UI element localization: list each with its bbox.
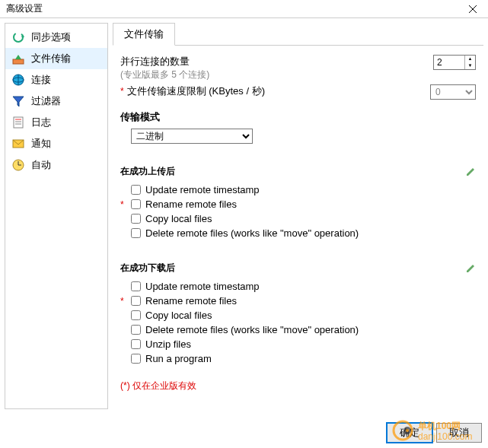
window-title: 高级设置 xyxy=(6,2,43,15)
sidebar-item-sync[interactable]: 同步选项 xyxy=(5,27,107,48)
tab-bar: 文件传输 xyxy=(113,23,483,46)
dialog-body: 同步选项 文件传输 连接 过滤器 日志 通知 自动 文件传输 xyxy=(0,18,488,414)
checkbox[interactable] xyxy=(131,310,141,320)
sidebar-item-transfer[interactable]: 文件传输 xyxy=(5,48,107,69)
parallel-input[interactable] xyxy=(434,56,464,69)
sidebar-label: 连接 xyxy=(31,73,51,87)
sidebar-label: 自动 xyxy=(31,158,51,172)
parallel-label: 并行连接的数量 xyxy=(120,55,433,68)
pencil-icon[interactable] xyxy=(465,167,476,177)
svg-rect-4 xyxy=(13,59,24,64)
cancel-button[interactable]: 取消 xyxy=(436,423,482,443)
download-opt-1: * Rename remote files xyxy=(120,294,476,308)
sidebar-label: 过滤器 xyxy=(31,94,61,108)
log-icon xyxy=(11,116,25,129)
parallel-hint: (专业版最多 5 个连接) xyxy=(120,68,433,81)
checkbox-label: Rename remote files xyxy=(145,199,237,210)
funnel-icon xyxy=(11,94,25,108)
svg-marker-5 xyxy=(15,55,21,59)
tab-content: 并行连接的数量 (专业版最多 5 个连接) ▲▼ * 文件传输速度限制 (KBy… xyxy=(113,46,483,409)
sidebar-item-filter[interactable]: 过滤器 xyxy=(5,91,107,112)
checkbox[interactable] xyxy=(131,281,141,291)
checkbox-label: Delete remote files (works like "move" o… xyxy=(145,227,359,239)
ok-button[interactable]: 确定 xyxy=(386,422,433,443)
mail-icon xyxy=(11,137,25,151)
upload-opt-2: Copy local files xyxy=(120,211,476,226)
parallel-spinner[interactable]: ▲▼ xyxy=(433,55,476,70)
globe-icon xyxy=(11,73,25,87)
svg-rect-10 xyxy=(14,117,23,128)
required-marker: * xyxy=(120,296,124,307)
checkbox-label: Copy local files xyxy=(145,310,212,321)
checkbox-label: Unzip files xyxy=(145,338,191,350)
tab-file-transfer[interactable]: 文件传输 xyxy=(113,23,175,46)
enterprise-note: (*) 仅在企业版有效 xyxy=(120,380,476,392)
download-opt-2: Copy local files xyxy=(120,308,476,322)
download-opt-3: Delete remote files (works like "move" o… xyxy=(120,322,476,337)
sidebar-item-connection[interactable]: 连接 xyxy=(5,69,107,91)
download-opt-0: Update remote timestamp xyxy=(120,279,476,294)
upload-opt-0: Update remote timestamp xyxy=(120,183,476,197)
sidebar-label: 同步选项 xyxy=(31,30,71,44)
sidebar: 同步选项 文件传输 连接 过滤器 日志 通知 自动 xyxy=(5,23,108,409)
checkbox[interactable] xyxy=(131,185,141,195)
spin-up-icon[interactable]: ▲ xyxy=(465,56,475,62)
upload-opt-1: * Rename remote files xyxy=(120,197,476,211)
checkbox[interactable] xyxy=(131,228,141,238)
checkbox[interactable] xyxy=(131,214,141,224)
checkbox-label: Copy local files xyxy=(145,213,212,224)
refresh-icon xyxy=(11,30,25,44)
speed-label: 文件传输速度限制 (KBytes / 秒) xyxy=(127,84,430,98)
svg-marker-9 xyxy=(13,97,24,106)
sidebar-label: 通知 xyxy=(31,137,51,151)
close-icon xyxy=(469,5,477,13)
checkbox[interactable] xyxy=(131,199,141,209)
dialog-footer: 确定 取消 xyxy=(386,422,482,443)
close-button[interactable] xyxy=(458,0,488,18)
checkbox-label: Run a program xyxy=(145,353,212,364)
svg-marker-18 xyxy=(467,168,474,176)
sidebar-item-notify[interactable]: 通知 xyxy=(5,133,107,154)
checkbox[interactable] xyxy=(131,325,141,335)
sidebar-item-log[interactable]: 日志 xyxy=(5,112,107,133)
checkbox[interactable] xyxy=(131,339,141,349)
sidebar-label: 文件传输 xyxy=(31,52,71,65)
checkbox-label: Update remote timestamp xyxy=(145,281,260,292)
speed-select[interactable]: 0 xyxy=(430,84,476,100)
upload-opt-3: Delete remote files (works like "move" o… xyxy=(120,226,476,240)
transfer-icon xyxy=(11,52,25,65)
sidebar-item-auto[interactable]: 自动 xyxy=(5,154,107,176)
titlebar: 高级设置 xyxy=(0,0,488,18)
download-opt-5: Run a program xyxy=(120,351,476,366)
svg-marker-19 xyxy=(467,265,474,272)
main-panel: 文件传输 并行连接的数量 (专业版最多 5 个连接) ▲▼ * 文件传输速度限制… xyxy=(113,23,483,409)
checkbox-label: Delete remote files (works like "move" o… xyxy=(145,324,359,335)
clock-icon xyxy=(11,158,25,172)
upload-heading: 在成功上传后 xyxy=(120,165,175,178)
pencil-icon[interactable] xyxy=(465,263,476,274)
checkbox-label: Update remote timestamp xyxy=(145,184,260,195)
required-marker: * xyxy=(120,199,124,210)
sidebar-label: 日志 xyxy=(31,116,51,129)
checkbox[interactable] xyxy=(131,296,141,306)
download-opt-4: Unzip files xyxy=(120,337,476,351)
mode-select[interactable]: 二进制 xyxy=(131,129,253,144)
checkbox-label: Rename remote files xyxy=(145,295,237,307)
spin-down-icon[interactable]: ▼ xyxy=(465,62,475,69)
download-heading: 在成功下载后 xyxy=(120,262,175,275)
required-marker: * xyxy=(120,84,124,98)
mode-heading: 传输模式 xyxy=(120,110,476,124)
checkbox[interactable] xyxy=(131,354,141,364)
